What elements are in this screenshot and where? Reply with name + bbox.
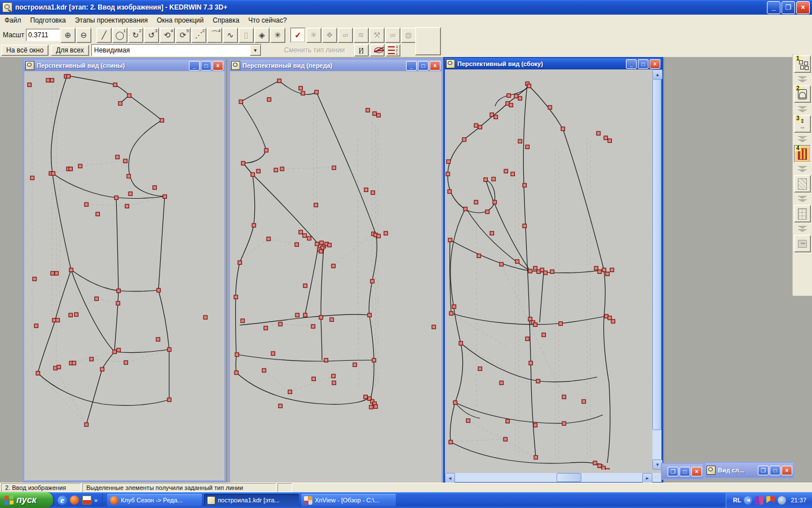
right-tool-hatch-mode[interactable]	[794, 175, 811, 192]
control-point[interactable]	[490, 113, 494, 117]
child-title-bar[interactable]: Перспективный вид (спины) _ □ ×	[24, 60, 224, 71]
control-point[interactable]	[36, 371, 40, 375]
control-point[interactable]	[262, 369, 266, 373]
control-point[interactable]	[234, 295, 238, 299]
right-tool-grid-mode[interactable]	[794, 205, 811, 222]
pattern-canvas-front[interactable]	[230, 71, 438, 479]
control-point[interactable]	[267, 237, 271, 241]
close-button[interactable]: ×	[796, 1, 810, 14]
chevron-separator-icon[interactable]	[797, 73, 807, 85]
control-point[interactable]	[238, 261, 242, 265]
control-point[interactable]	[118, 102, 122, 106]
hide-points-button[interactable]	[370, 44, 385, 56]
control-point[interactable]	[604, 136, 608, 140]
bracket-tool-button[interactable]: [∕]	[354, 44, 369, 56]
control-point[interactable]	[69, 313, 73, 317]
taskbar-task-0[interactable]: Клуб Сезон -> Реда...	[107, 494, 202, 506]
circle-tool[interactable]: ◯1	[112, 28, 127, 43]
control-point[interactable]	[235, 353, 239, 357]
control-point[interactable]	[366, 108, 370, 112]
child-minimize-button[interactable]: _	[189, 61, 200, 71]
right-tool-contour-mode[interactable]: 2	[794, 85, 811, 103]
control-point[interactable]	[330, 318, 334, 322]
pattern-canvas-side[interactable]	[445, 69, 649, 470]
control-point[interactable]	[279, 404, 283, 408]
control-point[interactable]	[127, 174, 131, 178]
chevron-separator-icon[interactable]	[797, 163, 807, 175]
control-point[interactable]	[526, 337, 529, 341]
control-point[interactable]	[328, 243, 332, 247]
scroll-up-icon[interactable]: ▲	[652, 69, 663, 80]
control-point[interactable]	[319, 316, 323, 319]
star-point-tool[interactable]: ✳	[270, 28, 285, 43]
control-point[interactable]	[267, 98, 271, 102]
child-close-button[interactable]: ×	[213, 61, 223, 71]
control-point[interactable]	[559, 322, 563, 326]
control-point[interactable]	[117, 348, 121, 352]
control-point[interactable]	[116, 155, 120, 159]
control-point[interactable]	[432, 325, 436, 329]
control-point[interactable]	[311, 325, 315, 329]
control-point[interactable]	[518, 139, 522, 143]
control-point[interactable]	[550, 270, 554, 274]
scroll-left-icon[interactable]: ◄	[445, 473, 455, 483]
child-maximize-button[interactable]: □	[201, 61, 211, 71]
control-point[interactable]	[509, 103, 513, 107]
control-point[interactable]	[299, 230, 303, 234]
control-point[interactable]	[561, 127, 565, 131]
control-point[interactable]	[85, 203, 89, 207]
control-point[interactable]	[57, 365, 61, 369]
fit-all-button[interactable]: На всё окно	[1, 45, 48, 56]
minimized-window-side-view[interactable]: Вид сл... ❐ □ ×	[704, 462, 795, 479]
polyline-tool[interactable]: ⋰2	[191, 28, 206, 43]
control-point[interactable]	[303, 284, 307, 288]
control-point[interactable]	[72, 361, 76, 365]
control-point[interactable]	[28, 83, 32, 87]
child-maximize-button[interactable]: □	[418, 61, 429, 71]
scale-input[interactable]	[26, 29, 60, 41]
child-maximize-button[interactable]: □	[638, 59, 648, 69]
hammer-tool[interactable]: ⚒	[369, 28, 385, 43]
control-point[interactable]	[364, 395, 368, 399]
control-point[interactable]	[314, 203, 318, 207]
move-tool[interactable]: ▯	[239, 28, 254, 43]
control-point[interactable]	[527, 84, 531, 88]
control-point[interactable]	[55, 271, 59, 275]
control-point[interactable]	[370, 279, 374, 283]
control-point[interactable]	[124, 361, 128, 365]
menu-item-2[interactable]: Этапы проектирования	[70, 16, 152, 25]
curve-tool-2[interactable]: ↻2	[128, 28, 143, 43]
child-minimize-button[interactable]: _	[406, 61, 417, 71]
control-point[interactable]	[90, 357, 94, 361]
control-point[interactable]	[598, 464, 602, 468]
control-point[interactable]	[116, 301, 120, 305]
control-point[interactable]	[78, 164, 82, 168]
control-point[interactable]	[69, 167, 73, 171]
control-point[interactable]	[288, 390, 292, 394]
control-point[interactable]	[562, 395, 566, 399]
control-point[interactable]	[500, 262, 504, 266]
control-point[interactable]	[129, 192, 133, 196]
control-point[interactable]	[113, 83, 117, 87]
for-all-button[interactable]: Для всех	[51, 45, 89, 56]
ie-icon[interactable]: e	[58, 496, 67, 505]
control-point[interactable]	[332, 381, 336, 385]
combo-arrow-icon[interactable]: ▼	[250, 45, 261, 56]
control-point[interactable]	[506, 419, 510, 423]
control-point[interactable]	[301, 91, 305, 95]
vertical-scrollbar[interactable]: ▲ ▼	[652, 69, 661, 470]
control-point[interactable]	[95, 297, 99, 301]
control-point[interactable]	[494, 115, 498, 119]
control-point[interactable]	[46, 78, 50, 82]
menu-item-1[interactable]: Подготовка	[26, 16, 70, 25]
taskbar-task-1[interactable]: построила1.kdr [эта...	[204, 494, 299, 506]
hscroll-thumb[interactable]	[557, 473, 581, 482]
control-point[interactable]	[514, 94, 518, 98]
control-point[interactable]	[477, 254, 481, 258]
clock[interactable]: 21:37	[791, 497, 806, 503]
control-point[interactable]	[544, 271, 548, 275]
diamond-point-tool[interactable]: ◈	[254, 28, 270, 43]
control-point[interactable]	[163, 195, 167, 199]
control-point[interactable]	[474, 124, 478, 128]
child-restore-button[interactable]: ❐	[758, 466, 769, 475]
